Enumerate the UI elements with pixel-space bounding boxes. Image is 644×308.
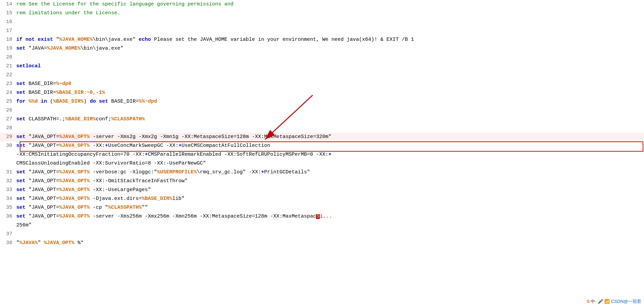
line-content: set "JAVA=%JAVA_HOME%\bin\java.exe" [16,45,644,53]
line-content: set "JAVA_OPT=%JAVA_OPT% -verbose:gc -Xl… [16,168,644,176]
line-content: CMSClassUnloadingEnabled -XX:SurvivorRat… [16,159,644,168]
code-line-35: 35 set "JAVA_OPT=%JAVA_OPT% -cp "%CLASSP… [0,203,644,212]
line-number: 19 [0,45,16,53]
code-line-30b: 30 -XX:CMSInitiatingOccupancyFraction=70… [0,150,644,159]
code-line-24: 24 set BASE_DIR=%BASE_DIR:~0,-1% [0,88,644,97]
code-line-28: 28 [0,124,644,133]
code-line-37: 37 [0,230,644,239]
line-content: set "JAVA_OPT=%JAVA_OPT% -Djava.ext.dirs… [16,195,644,203]
line-number: 28 [0,124,16,132]
code-line-38: 38 "%JAVA%" %JAVA_OPT% %* [0,239,644,247]
code-line-22: 22 [0,71,644,80]
line-number: 15 [0,9,16,17]
line-number: 30 [0,142,16,150]
line-content: 256m" [16,221,644,229]
line-content: set "JAVA_OPT=%JAVA_OPT% -XX:+UseConcMar… [16,142,644,150]
line-number: 29 [0,133,16,141]
code-line-15: 15 rem limitations under the License. [0,9,644,18]
line-number: 38 [0,239,16,247]
code-line-19: 19 set "JAVA=%JAVA_HOME%\bin\java.exe" [0,44,644,53]
code-line-27: 27 set CLASSPATH=.;%BASE_DIR%conf;%CLASS… [0,115,644,124]
code-line-21: 21 setlocal [0,62,644,71]
line-number: 18 [0,36,16,44]
code-line-30c: 30 CMSClassUnloadingEnabled -XX:Survivor… [0,159,644,168]
line-number: 16 [0,18,16,26]
line-number: 24 [0,89,16,97]
line-content: set "JAVA_OPT=%JAVA_OPT% -server -Xms256… [16,212,644,221]
line-number: 34 [0,195,16,203]
code-line-16: 16 [0,18,644,27]
line-number: 20 [0,53,16,62]
code-line-25: 25 for %%d in (%BASE_DIR%) do set BASE_D… [0,97,644,106]
line-number: 37 [0,230,16,238]
code-line-20: 20 [0,53,644,62]
line-number: 31 [0,168,16,176]
code-line-36b: 36 256m" [0,221,644,230]
line-content: set CLASSPATH=.;%BASE_DIR%conf;%CLASSPAT… [16,115,644,123]
line-content: -XX:CMSInitiatingOccupancyFraction=70 -X… [16,151,644,159]
line-content: set BASE_DIR=%BASE_DIR:~0,-1% [16,89,644,97]
line-number: 26 [0,106,16,115]
line-number: 33 [0,186,16,194]
line-content: set BASE_DIR=%~dp0 [16,80,644,88]
code-line-36: 36 set "JAVA_OPT=%JAVA_OPT% -server -Xms… [0,212,644,221]
line-content: setlocal [16,62,644,70]
code-line-32: 32 set "JAVA_OPT=%JAVA_OPT% -XX:-OmitSta… [0,177,644,186]
code-line-23: 23 set BASE_DIR=%~dp0 [0,80,644,88]
code-line-33: 33 set "JAVA_OPT=%JAVA_OPT% -XX:-UseLarg… [0,186,644,194]
watermark: S 中· 🎤 📶 CSDN@一宿君 [587,298,641,305]
code-line-31: 31 set "JAVA_OPT=%JAVA_OPT% -verbose:gc … [0,168,644,177]
code-line-18: 18 if not exist "%JAVA_HOME%\bin\java.ex… [0,35,644,44]
line-content: set "JAVA_OPT=%JAVA_OPT% -server -Xms2g … [16,133,644,141]
line-content: set "JAVA_OPT=%JAVA_OPT% -cp "%CLASSPATH… [16,204,644,212]
code-line-29: 29 set "JAVA_OPT=%JAVA_OPT% -server -Xms… [0,133,644,141]
line-number: 22 [0,71,16,79]
line-content: set "JAVA_OPT=%JAVA_OPT% -XX:-UseLargePa… [16,186,644,194]
line-number: 17 [0,27,16,35]
code-container: 14 rem See the License for the specific … [0,0,644,308]
line-number: 36 [0,212,16,221]
line-content: set "JAVA_OPT=%JAVA_OPT% -XX:-OmitStackT… [16,177,644,185]
line-number: 25 [0,98,16,106]
line-number: 35 [0,204,16,212]
line-content: "%JAVA%" %JAVA_OPT% %* [16,239,644,247]
line-content: rem limitations under the License. [16,9,644,17]
line-content: for %%d in (%BASE_DIR%) do set BASE_DIR=… [16,98,644,106]
code-line-30: 30 set "JAVA_OPT=%JAVA_OPT% -XX:+UseConc… [0,141,644,150]
code-line-14: 14 rem See the License for the specific … [0,0,644,9]
code-line-17: 17 [0,27,644,35]
code-line-34: 34 set "JAVA_OPT=%JAVA_OPT% -Djava.ext.d… [0,194,644,203]
line-number: 23 [0,80,16,88]
line-content: if not exist "%JAVA_HOME%\bin\java.exe" … [16,36,644,44]
code-line-26: 26 [0,106,644,115]
line-number: 27 [0,115,16,123]
line-number: 14 [0,0,16,8]
line-number: 21 [0,62,16,70]
line-content: rem See the License for the specific lan… [16,0,644,8]
line-number: 32 [0,177,16,185]
